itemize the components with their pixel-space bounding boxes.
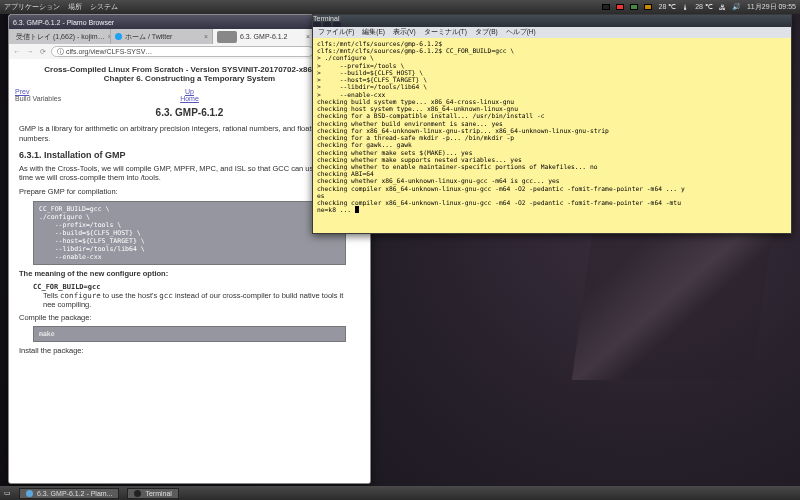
terminal-output: clfs:/mnt/clfs/sources/gmp-6.1.2$ clfs:/… (317, 40, 685, 213)
network-icon[interactable]: 🖧 (719, 4, 726, 11)
lock-icon: ⓘ (57, 47, 64, 57)
doc-series-line2: Chapter 6. Constructing a Temporary Syst… (19, 74, 360, 83)
taskbar-label: 6.3. GMP-6.1.2 - Plam... (37, 490, 112, 497)
paragraph: As with the Cross-Tools, we will compile… (19, 164, 360, 184)
show-desktop-icon[interactable]: ▭ (4, 489, 11, 497)
menu-tabs[interactable]: タブ(B) (475, 28, 498, 37)
tray-temp-2: 28 ℃ (695, 3, 713, 11)
paragraph: Prepare GMP for compilation: (19, 187, 360, 197)
panel-menu-system[interactable]: システム (90, 2, 118, 12)
menu-file[interactable]: ファイル(F) (318, 28, 354, 37)
bottom-panel: ▭ 6.3. GMP-6.1.2 - Plam... Terminal (0, 486, 800, 500)
taskbar-label: Terminal (145, 490, 171, 497)
nav-prev-link[interactable]: Prev (15, 88, 131, 95)
volume-icon[interactable]: 🔊 (732, 3, 741, 11)
nav-prev-label: Build Variables (15, 95, 61, 102)
terminal-menubar: ファイル(F) 編集(E) 表示(V) ターミナル(T) タブ(B) ヘルプ(H… (313, 27, 791, 38)
menu-edit[interactable]: 編集(E) (362, 28, 385, 37)
terminal-screen[interactable]: clfs:/mnt/clfs/sources/gmp-6.1.2$ clfs:/… (313, 38, 791, 233)
terminal-window: Terminal ファイル(F) 編集(E) 表示(V) ターミナル(T) タブ… (312, 14, 792, 234)
terminal-window-title: Terminal (313, 15, 339, 22)
option-term: CC_FOR_BUILD=gcc (33, 283, 346, 291)
section-title: 6.3. GMP-6.1.2 (19, 107, 360, 118)
tray-clock[interactable]: 11月29日 09:55 (747, 2, 796, 12)
options-intro: The meaning of the new configure option: (19, 269, 360, 279)
menu-help[interactable]: ヘルプ(H) (506, 28, 536, 37)
subsection-title: 6.3.1. Installation of GMP (19, 150, 360, 160)
panel-menu-places[interactable]: 場所 (68, 2, 82, 12)
taskbar-item-browser[interactable]: 6.3. GMP-6.1.2 - Plam... (19, 488, 119, 499)
address-bar[interactable]: ⓘ clfs.org/view/CLFS-SYSV… (51, 46, 314, 57)
panel-menu-apps[interactable]: アプリケーション (4, 2, 60, 12)
doc-series-line1: Cross-Compiled Linux From Scratch - Vers… (19, 65, 360, 74)
tab-label: ホーム / Twitter (125, 32, 172, 42)
browser-taskbar-icon (26, 490, 33, 497)
tab-clfs[interactable]: 6.3. GMP-6.1.2 × (213, 29, 315, 44)
twitter-favicon-icon (115, 33, 122, 40)
tab-close-icon[interactable]: × (306, 33, 310, 40)
forward-button[interactable]: → (25, 48, 35, 55)
terminal-taskbar-icon (134, 490, 141, 497)
menu-terminal[interactable]: ターミナル(T) (424, 28, 467, 37)
code-block-make: make (33, 326, 346, 342)
menu-view[interactable]: 表示(V) (393, 28, 416, 37)
paragraph: Install the package: (19, 346, 360, 356)
tray-indicator-green[interactable] (630, 4, 638, 10)
tab-label: 6.3. GMP-6.1.2 (240, 33, 287, 40)
back-button[interactable]: ← (12, 48, 22, 55)
tab-gmail[interactable]: 受信トレイ (1,662) - kojim… × (9, 29, 111, 44)
code-block-configure: CC_FOR_BUILD=gcc \ ./configure \ --prefi… (33, 201, 346, 265)
tray-indicator[interactable] (602, 4, 610, 10)
option-description: Tells configure to use the host's gcc in… (43, 291, 346, 309)
top-panel: アプリケーション 場所 システム 28 ℃ 🌡 28 ℃ 🖧 🔊 11月29日 … (0, 0, 800, 14)
intro-paragraph: GMP is a library for arithmetic on arbit… (19, 124, 360, 144)
tray-indicator-orange[interactable] (644, 4, 652, 10)
thermometer-icon: 🌡 (682, 4, 689, 11)
tab-twitter[interactable]: ホーム / Twitter × (111, 29, 213, 44)
nav-up-link[interactable]: Up (131, 88, 247, 95)
page-favicon-icon (217, 31, 237, 43)
paragraph: Compile the package: (19, 313, 360, 323)
terminal-cursor-icon (355, 206, 359, 213)
taskbar-item-terminal[interactable]: Terminal (127, 488, 178, 499)
tab-label: 受信トレイ (1,662) - kojim… (16, 32, 105, 42)
nav-home-link[interactable]: Home (131, 95, 247, 102)
reload-button[interactable]: ⟳ (38, 48, 48, 56)
tab-close-icon[interactable]: × (204, 33, 208, 40)
tray-temp-1: 28 ℃ (658, 3, 676, 11)
option-definition: CC_FOR_BUILD=gcc Tells configure to use … (33, 283, 346, 309)
browser-window-title: 6.3. GMP-6.1.2 - Plamo Browser (13, 19, 114, 26)
url-text: clfs.org/view/CLFS-SYSV… (66, 48, 152, 55)
terminal-titlebar[interactable]: Terminal (313, 15, 791, 27)
tray-indicator-red[interactable] (616, 4, 624, 10)
system-tray: 28 ℃ 🌡 28 ℃ 🖧 🔊 11月29日 09:55 (602, 2, 796, 12)
